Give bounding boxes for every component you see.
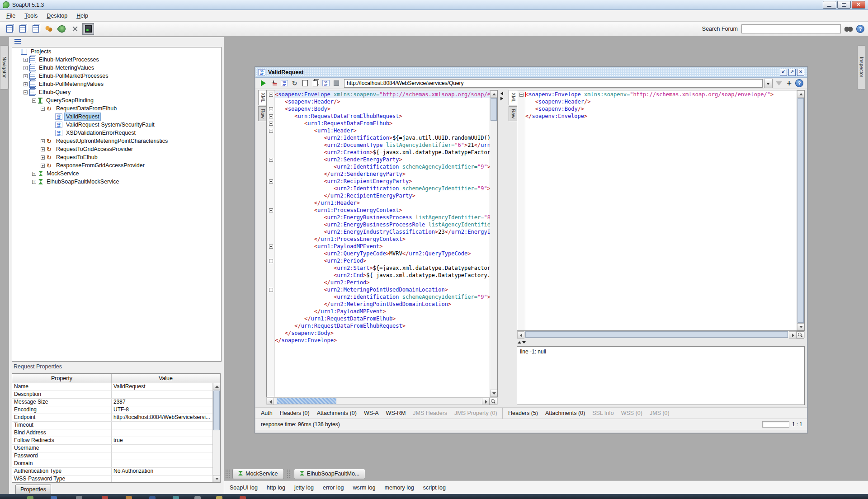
- scroll-down-icon[interactable]: [490, 390, 497, 397]
- preferences-icon[interactable]: [69, 23, 81, 35]
- menu-tools[interactable]: Tools: [20, 11, 42, 21]
- fold-toggle-icon[interactable]: [269, 114, 273, 118]
- scroll-down-icon[interactable]: [213, 475, 220, 482]
- fold-toggle-icon[interactable]: [269, 93, 273, 97]
- soapui-home-icon[interactable]: [56, 23, 68, 35]
- log-tab-script-log[interactable]: script log: [423, 485, 446, 491]
- tree-item-elhub-pollmeteringvalues[interactable]: +Elhub-PollMeteringValues: [12, 80, 221, 88]
- monitor-icon[interactable]: [82, 23, 94, 35]
- search-forum-input[interactable]: [741, 24, 841, 33]
- scroll-right-icon[interactable]: [789, 331, 796, 339]
- taskbar-icon[interactable]: [194, 496, 201, 499]
- property-row[interactable]: Message Size2387: [12, 399, 220, 406]
- scroll-left-icon[interactable]: [267, 398, 274, 405]
- editor-tab-raw[interactable]: Raw: [509, 106, 517, 121]
- tree-item-projects[interactable]: Projects: [12, 47, 221, 56]
- tree-item-requesttoelhub[interactable]: +RequestToElhub: [12, 153, 221, 161]
- search-icon[interactable]: [844, 26, 853, 32]
- property-row[interactable]: EncodingUTF-8: [12, 406, 220, 414]
- log-tab-jetty-log[interactable]: jetty log: [294, 485, 314, 491]
- property-row[interactable]: Username: [12, 445, 220, 452]
- add-endpoint-icon[interactable]: [785, 79, 793, 88]
- window-tab-elhubsoapfaultmo[interactable]: ElhubSoapFaultMo...: [294, 469, 366, 479]
- response-horizontal-scrollbar[interactable]: [517, 331, 805, 338]
- tree-item-elhub-query[interactable]: −Elhub-Query: [12, 88, 221, 96]
- scroll-up-icon[interactable]: [213, 383, 220, 390]
- tree-expander-icon[interactable]: +: [32, 172, 36, 176]
- taskbar-icon[interactable]: [27, 496, 33, 499]
- editor-window-titlebar[interactable]: SOAP ValidRequest ↙ ↗ ×: [255, 67, 807, 78]
- soap-action-icon[interactable]: SOAP: [280, 79, 288, 88]
- property-row[interactable]: Description: [12, 391, 220, 399]
- response-tab-attachments-0[interactable]: Attachments (0): [545, 410, 585, 416]
- endpoint-dropdown-icon[interactable]: [764, 79, 773, 88]
- taskbar-icon[interactable]: [240, 496, 246, 499]
- tree-item-elhub-marketprocesses[interactable]: +Elhub-MarketProcesses: [12, 56, 221, 64]
- scroll-down-icon[interactable]: [797, 323, 804, 330]
- tree-options-icon[interactable]: [14, 39, 21, 44]
- windows-taskbar[interactable]: [0, 494, 868, 499]
- help-icon[interactable]: ?: [856, 25, 864, 33]
- property-row[interactable]: Endpointhttp://localhost:8084/WebService…: [12, 414, 220, 422]
- fold-toggle-icon[interactable]: [519, 93, 524, 97]
- property-value[interactable]: UTF-8: [112, 406, 220, 414]
- log-tab-soapui-log[interactable]: SoapUI log: [230, 485, 258, 491]
- request-tab-attachments-0[interactable]: Attachments (0): [317, 410, 357, 416]
- tree-item-requesttogridaccessprovider[interactable]: +RequestToGridAccessProvider: [12, 145, 221, 153]
- scroll-thumb[interactable]: [213, 391, 220, 430]
- frame-close-icon[interactable]: ×: [797, 69, 804, 76]
- frame-maximize-icon[interactable]: ↗: [788, 69, 796, 76]
- create-empty-request-icon[interactable]: [301, 79, 309, 88]
- tree-expander-icon[interactable]: +: [41, 147, 45, 151]
- tree-expander-icon[interactable]: +: [24, 74, 28, 78]
- request-xml-editor[interactable]: <soapenv:Envelope xmlns:soapenv="http://…: [266, 90, 498, 397]
- window-titlebar[interactable]: SoapUI 5.1.3: [0, 0, 868, 10]
- log-tab-http-log[interactable]: http log: [267, 485, 285, 491]
- property-value[interactable]: http://localhost:8084/WebService/servi..…: [112, 414, 220, 421]
- collapse-left-icon[interactable]: [500, 92, 503, 95]
- tree-expander-icon[interactable]: +: [32, 180, 36, 184]
- soap-request-variant-icon[interactable]: SOAP: [321, 79, 330, 88]
- fold-toggle-icon[interactable]: [269, 107, 273, 111]
- window-maximize-button[interactable]: [837, 1, 851, 9]
- property-row[interactable]: WSS-Password Type: [12, 475, 220, 483]
- forum-icon[interactable]: [43, 23, 55, 35]
- property-value[interactable]: ValidRequest: [112, 383, 220, 391]
- editor-tab-raw[interactable]: Raw: [258, 106, 266, 121]
- new-project-icon[interactable]: [4, 23, 15, 35]
- fold-toggle-icon[interactable]: [269, 129, 273, 133]
- property-value[interactable]: [112, 475, 220, 483]
- taskbar-icon[interactable]: [149, 496, 156, 499]
- tree-expander-icon[interactable]: −: [24, 90, 28, 94]
- expand-up-icon[interactable]: [518, 341, 521, 344]
- property-value[interactable]: [112, 445, 220, 452]
- request-vertical-scrollbar[interactable]: [490, 90, 497, 397]
- property-row[interactable]: NameValidRequest: [12, 383, 220, 391]
- scroll-up-icon[interactable]: [797, 90, 804, 98]
- recreate-request-icon[interactable]: [290, 79, 299, 88]
- properties-scrollbar[interactable]: [212, 383, 220, 482]
- endpoint-url-input[interactable]: [344, 79, 763, 88]
- tree-item-validrequest-system-securityfault[interactable]: SOAPValidRequest-System/SecurityFault: [12, 121, 221, 129]
- editor-tab-xml[interactable]: XML: [509, 90, 517, 105]
- request-tab-auth[interactable]: Auth: [261, 410, 273, 416]
- tree-expander-icon[interactable]: +: [24, 66, 28, 70]
- property-row[interactable]: Password: [12, 452, 220, 460]
- tree-expander-icon[interactable]: +: [24, 58, 28, 62]
- scroll-right-icon[interactable]: [482, 398, 489, 405]
- collapse-down-icon[interactable]: [522, 341, 526, 344]
- tree-expander-icon[interactable]: +: [41, 139, 45, 143]
- property-value[interactable]: 2387: [112, 399, 220, 406]
- tree-expander-icon[interactable]: −: [32, 99, 36, 103]
- tree-item-xsdvalidationerrorrequest[interactable]: SOAPXSDValidationErrorRequest: [12, 129, 221, 137]
- magnifier-icon[interactable]: [796, 331, 804, 339]
- submit-request-button[interactable]: [259, 79, 268, 88]
- response-xml-editor[interactable]: <soapenv:Envelope xmlns:soapenv="http://…: [517, 90, 805, 331]
- scroll-thumb[interactable]: [277, 398, 336, 404]
- tree-expander-icon[interactable]: −: [41, 107, 45, 111]
- save-all-projects-icon[interactable]: [30, 23, 42, 35]
- fold-toggle-icon[interactable]: [269, 179, 273, 184]
- inspector-tab[interactable]: Inspector: [857, 45, 865, 89]
- fold-toggle-icon[interactable]: [269, 245, 273, 249]
- fold-toggle-icon[interactable]: [269, 208, 273, 212]
